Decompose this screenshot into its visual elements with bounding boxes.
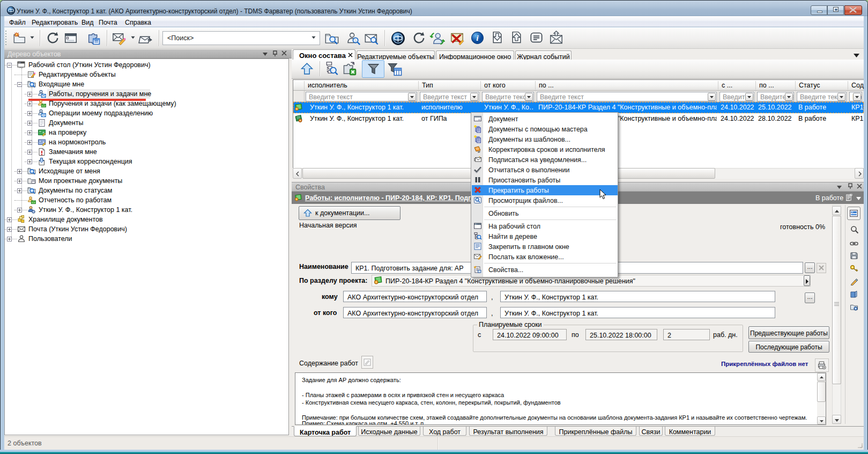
svg-text:i: i xyxy=(476,33,479,42)
